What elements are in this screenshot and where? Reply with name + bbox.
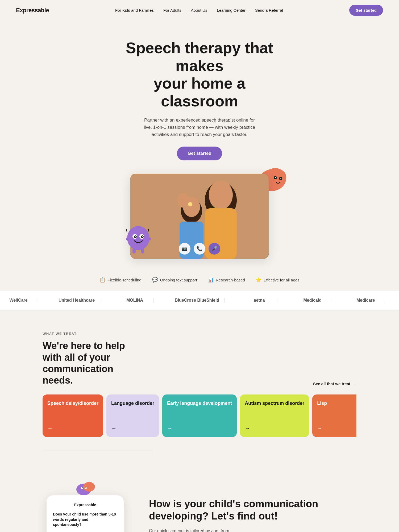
treat-heading: We're here to help with all of your comm… xyxy=(43,340,133,386)
ins-aetna-1: aetna xyxy=(241,298,278,303)
ins-molina-1: MOLINA xyxy=(116,298,153,303)
badge-text-support: 💬 Ongoing text support xyxy=(152,277,197,283)
logo[interactable]: Expressable xyxy=(16,7,49,14)
svg-point-3 xyxy=(280,178,281,179)
ins-united-1: United Healthcare xyxy=(53,298,100,303)
quiz-illustration-area: Expressable Does your child use more tha… xyxy=(43,482,128,532)
hero-subtitle: Partner with an experienced speech thera… xyxy=(144,117,255,138)
chart-icon: 📊 xyxy=(208,277,214,283)
treat-card-speech-delay[interactable]: Speech delay/disorder → xyxy=(43,394,103,437)
treat-cards-container: Speech delay/disorder → Language disorde… xyxy=(43,394,356,439)
hero-video-area: 🎙 📷 📞 🎤 xyxy=(130,174,269,259)
svg-point-6 xyxy=(209,180,233,210)
card-arrow-icon: → xyxy=(111,425,154,431)
svg-point-30 xyxy=(82,487,83,488)
treat-card-autism[interactable]: Autism spectrum disorder → xyxy=(240,394,309,437)
ins-bcbs-1: BlueCross BlueShield xyxy=(169,298,225,303)
treat-eyebrow: WHAT WE TREAT xyxy=(43,332,356,336)
svg-point-27 xyxy=(83,482,95,492)
svg-rect-21 xyxy=(141,248,144,253)
treat-divider xyxy=(43,450,154,450)
quiz-body: Our quick screener is tailored by age, f… xyxy=(149,527,239,532)
treat-card-early-language[interactable]: Early language development → xyxy=(162,394,237,437)
see-all-link[interactable]: See all that we treat → xyxy=(313,381,356,386)
quiz-content: How is your child's communication develo… xyxy=(149,482,356,532)
nav-adults[interactable]: For Adults xyxy=(163,8,181,13)
svg-point-13 xyxy=(127,226,149,250)
svg-point-11 xyxy=(177,193,190,208)
treat-card-lisp[interactable]: Lisp → xyxy=(312,394,356,437)
badge-all-ages: ⭐ Effective for all ages xyxy=(256,277,300,283)
svg-text:!: ! xyxy=(126,228,127,233)
insurance-scroll: WellCare United Healthcare MOLINA BlueCr… xyxy=(0,298,399,303)
quiz-device-card: Expressable Does your child use more tha… xyxy=(47,495,124,532)
chat-icon: 💬 xyxy=(152,277,158,283)
feature-badges: 📋 Flexible scheduling 💬 Ongoing text sup… xyxy=(0,269,399,290)
svg-point-12 xyxy=(188,202,192,206)
star-icon: ⭐ xyxy=(256,277,261,283)
treat-card-language-disorder[interactable]: Language disorder → xyxy=(106,394,159,437)
nav-about[interactable]: About Us xyxy=(191,8,207,13)
badge-research: 📊 Research-based xyxy=(208,277,245,283)
quiz-brand: Expressable xyxy=(53,503,117,507)
phone-button[interactable]: 📞 xyxy=(194,243,205,255)
ins-medicare-1: Medicare xyxy=(347,298,384,303)
treat-header: We're here to help with all of your comm… xyxy=(43,340,356,386)
badge-flexible: 📋 Flexible scheduling xyxy=(99,277,142,283)
svg-point-2 xyxy=(275,177,276,178)
ins-wellcare-1: WellCare xyxy=(0,298,37,303)
calendar-icon: 📋 xyxy=(99,277,105,283)
svg-point-19 xyxy=(142,236,143,237)
card-arrow-icon: → xyxy=(317,425,356,431)
camera-button[interactable]: 📷 xyxy=(179,243,190,255)
quiz-section: Expressable Does your child use more tha… xyxy=(0,466,399,532)
main-nav: Expressable For Kids and Families For Ad… xyxy=(0,0,399,20)
quiz-top-character xyxy=(74,479,96,495)
hero-section: Speech therapy that makes your home a cl… xyxy=(0,20,399,269)
ins-medicaid-1: Medicaid xyxy=(294,298,331,303)
svg-rect-20 xyxy=(132,248,136,253)
nav-links: For Kids and Families For Adults About U… xyxy=(115,8,283,13)
hero-cta-button[interactable]: Get started xyxy=(177,147,222,160)
insurance-strip: WellCare United Healthcare MOLINA BlueCr… xyxy=(0,290,399,310)
treat-section: WHAT WE TREAT We're here to help with al… xyxy=(0,326,399,466)
quiz-heading: How is your child's communication develo… xyxy=(149,498,356,522)
hero-headline: Speech therapy that makes your home a cl… xyxy=(120,39,279,110)
nav-learning[interactable]: Learning Center xyxy=(217,8,246,13)
svg-text:!: ! xyxy=(148,228,149,233)
card-arrow-icon: → xyxy=(245,425,304,431)
svg-point-18 xyxy=(135,236,136,237)
arrow-right-icon: → xyxy=(352,381,356,386)
nav-referral[interactable]: Send a Referral xyxy=(255,8,283,13)
video-controls: 📷 📞 🎤 xyxy=(179,243,220,255)
nav-kids-families[interactable]: For Kids and Families xyxy=(115,8,154,13)
nav-get-started-button[interactable]: Get started xyxy=(349,5,383,16)
purple-monster-decoration: ! ! xyxy=(125,224,152,253)
card-arrow-icon: → xyxy=(167,425,232,431)
card-arrow-icon: → xyxy=(47,425,98,431)
quiz-question: Does your child use more than 5-10 words… xyxy=(53,512,117,527)
microphone-button[interactable]: 🎤 xyxy=(209,243,220,255)
svg-point-31 xyxy=(85,487,86,488)
